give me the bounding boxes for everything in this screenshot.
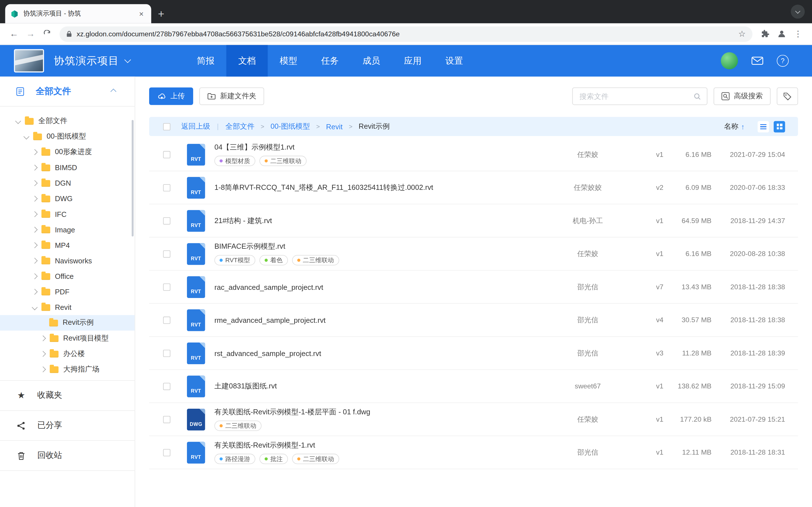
- sidebar-item-favorites[interactable]: ★收藏夹: [0, 380, 135, 410]
- file-name[interactable]: 1-8简单RVT-RCCQ_T4N_塔楼_AR_F11_160325411转换过…: [214, 183, 549, 192]
- file-tag[interactable]: 批注: [259, 454, 288, 464]
- tree-item[interactable]: 00形象进度: [0, 144, 135, 160]
- tree-item[interactable]: DWG: [0, 191, 135, 207]
- chevron-right-icon[interactable]: [40, 367, 46, 372]
- tree-item[interactable]: DGN: [0, 175, 135, 191]
- file-row[interactable]: RVTBIMFACE示例模型.rvtRVT模型着色二三维联动任荣姣v16.16 …: [149, 237, 798, 271]
- tree-item[interactable]: Office: [0, 269, 135, 284]
- file-row[interactable]: RVTrme_advanced_sample_project.rvt邵光信v43…: [149, 304, 798, 337]
- file-tag[interactable]: 二三维联动: [292, 255, 339, 266]
- file-tag[interactable]: 二三维联动: [214, 420, 261, 431]
- address-bar[interactable]: xz.glodon.com/document/278b7967ebba4708a…: [59, 26, 753, 42]
- bookmark-star-icon[interactable]: [739, 29, 746, 39]
- reload-button[interactable]: [40, 27, 54, 41]
- tag-manage-button[interactable]: [777, 87, 798, 105]
- chevron-right-icon[interactable]: [40, 335, 46, 341]
- tree-item[interactable]: 00-图纸模型: [0, 129, 135, 144]
- sidebar-header[interactable]: 全部文件: [0, 76, 135, 107]
- new-folder-button[interactable]: 新建文件夹: [199, 87, 264, 105]
- browser-user-icon[interactable]: [774, 27, 789, 41]
- header-tab-模型[interactable]: 模型: [268, 45, 309, 76]
- grid-view-button[interactable]: [774, 121, 785, 132]
- advanced-search-button[interactable]: 高级搜索: [714, 87, 770, 105]
- browser-tab[interactable]: 协筑演示项目 - 协筑: [5, 4, 151, 23]
- file-row[interactable]: RVTrst_advanced_sample_project.rvt邵光信v31…: [149, 337, 798, 370]
- chevron-right-icon[interactable]: [32, 289, 38, 295]
- breadcrumb-link[interactable]: 全部文件: [225, 122, 255, 131]
- file-name[interactable]: 有关联图纸-Revit示例模型-1.rvt: [214, 441, 549, 450]
- tree-item[interactable]: Navisworks: [0, 253, 135, 269]
- header-tab-简报[interactable]: 简报: [185, 45, 226, 76]
- upload-button[interactable]: 上传: [149, 87, 193, 105]
- project-title[interactable]: 协筑演示项目: [54, 54, 119, 68]
- tree-item[interactable]: Image: [0, 222, 135, 237]
- file-row[interactable]: RVT04【三维】示例模型1.rvt模型材质二三维联动任荣姣v16.16 MB2…: [149, 138, 798, 171]
- file-tag[interactable]: 二三维联动: [292, 454, 339, 464]
- chevron-down-icon[interactable]: [23, 134, 29, 140]
- browser-profile-menu[interactable]: [791, 5, 805, 19]
- file-name[interactable]: 土建0831版图纸.rvt: [214, 382, 549, 391]
- sidebar-scrollbar[interactable]: [132, 120, 134, 236]
- header-tab-应用[interactable]: 应用: [392, 45, 434, 76]
- chevron-right-icon[interactable]: [32, 165, 38, 171]
- tree-item[interactable]: IFC: [0, 207, 135, 222]
- help-icon[interactable]: [777, 55, 789, 67]
- row-checkbox[interactable]: [163, 151, 170, 158]
- file-name[interactable]: BIMFACE示例模型.rvt: [214, 242, 549, 251]
- row-checkbox[interactable]: [163, 217, 170, 224]
- row-checkbox[interactable]: [163, 449, 170, 456]
- row-checkbox[interactable]: [163, 349, 170, 357]
- file-name[interactable]: 有关联图纸-Revit示例模型-1-楼层平面 - 01 f.dwg: [214, 407, 549, 417]
- breadcrumb-link[interactable]: 00-图纸模型: [271, 122, 310, 131]
- extensions-icon[interactable]: [758, 27, 772, 41]
- row-checkbox[interactable]: [163, 283, 170, 291]
- list-view-button[interactable]: [758, 121, 769, 132]
- message-icon[interactable]: [751, 56, 763, 65]
- row-checkbox[interactable]: [163, 184, 170, 191]
- file-name[interactable]: rac_advanced_sample_project.rvt: [214, 283, 549, 291]
- tree-item[interactable]: 全部文件: [0, 113, 135, 129]
- header-tab-任务[interactable]: 任务: [309, 45, 351, 76]
- chevron-right-icon[interactable]: [32, 196, 38, 202]
- tree-item[interactable]: BIM5D: [0, 160, 135, 175]
- file-name[interactable]: rst_advanced_sample_project.rvt: [214, 349, 549, 357]
- file-tag[interactable]: 模型材质: [214, 156, 255, 166]
- row-checkbox[interactable]: [163, 383, 170, 390]
- file-tag[interactable]: 路径漫游: [214, 454, 255, 464]
- back-button[interactable]: [7, 27, 21, 41]
- file-row[interactable]: RVT21#结构 - 建筑.rvt机电-孙工v164.59 MB2018-11-…: [149, 205, 798, 238]
- tree-item[interactable]: Revit示例: [0, 315, 135, 331]
- sidebar-item-shared[interactable]: 已分享: [0, 410, 135, 441]
- file-tag[interactable]: RVT模型: [214, 255, 255, 266]
- file-row[interactable]: RVT1-8简单RVT-RCCQ_T4N_塔楼_AR_F11_160325411…: [149, 171, 798, 205]
- chevron-down-icon[interactable]: [15, 118, 21, 124]
- tree-item[interactable]: MP4: [0, 237, 135, 253]
- back-to-parent-link[interactable]: 返回上级: [181, 122, 210, 131]
- file-row[interactable]: RVT土建0831版图纸.rvtsweet67v1138.62 MB2018-1…: [149, 370, 798, 403]
- chevron-right-icon[interactable]: [32, 149, 38, 155]
- row-checkbox[interactable]: [163, 250, 170, 258]
- browser-menu-icon[interactable]: [791, 27, 805, 41]
- row-checkbox[interactable]: [163, 316, 170, 324]
- sort-control[interactable]: 名称: [724, 122, 745, 131]
- tree-item[interactable]: 办公楼: [0, 346, 135, 362]
- search-icon[interactable]: [693, 93, 701, 100]
- tree-item[interactable]: Revit: [0, 299, 135, 315]
- file-name[interactable]: 21#结构 - 建筑.rvt: [214, 216, 549, 225]
- collapse-chevron-icon[interactable]: [110, 89, 116, 94]
- header-tab-成员[interactable]: 成员: [350, 45, 392, 76]
- row-checkbox[interactable]: [163, 416, 170, 423]
- breadcrumb-link[interactable]: Revit: [326, 122, 343, 130]
- chevron-right-icon[interactable]: [40, 351, 46, 357]
- user-avatar[interactable]: [721, 52, 738, 69]
- chevron-right-icon[interactable]: [32, 242, 38, 248]
- chevron-right-icon[interactable]: [32, 227, 38, 233]
- chevron-right-icon[interactable]: [32, 180, 38, 186]
- file-name[interactable]: 04【三维】示例模型1.rvt: [214, 143, 549, 152]
- chevron-right-icon[interactable]: [32, 211, 38, 217]
- file-tag[interactable]: 着色: [259, 255, 288, 266]
- tab-close-icon[interactable]: [137, 9, 146, 18]
- tree-item[interactable]: 大拇指广场: [0, 362, 135, 377]
- select-all-checkbox[interactable]: [163, 123, 170, 130]
- chevron-down-icon[interactable]: [32, 304, 38, 311]
